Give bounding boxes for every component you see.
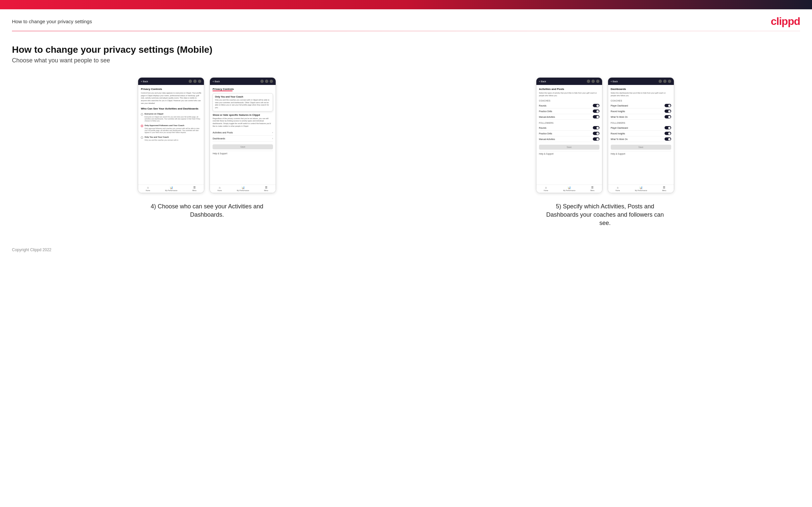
coaches-player-dash: Player Dashboard (611, 103, 671, 109)
home-icon-2: ⌂ (219, 186, 220, 189)
chevron-right-1: › (272, 131, 273, 134)
header: How to change your privacy settings clip… (0, 9, 812, 31)
group-left: < Back Privacy Controls Control how you … (12, 77, 402, 219)
show-hide-title: Show or hide specific features in Clippd (212, 113, 273, 116)
tab-underline (212, 91, 233, 91)
page-title: How to change your privacy settings (Mob… (12, 45, 800, 55)
coaches-round-insights: Round Insights (611, 109, 671, 114)
menu-icon-3: ☰ (591, 186, 594, 189)
more-icon-3 (596, 79, 600, 83)
footer3-home[interactable]: ⌂ Home (544, 186, 548, 191)
menu-icon: ☰ (193, 186, 196, 189)
footer2-performance[interactable]: 📊 My Performance (237, 186, 249, 191)
screen4-title: Dashboards (611, 88, 671, 91)
option2[interactable]: Only Approved Followers and Your Coach O… (141, 123, 201, 135)
toggle-coaches-manual[interactable] (593, 115, 600, 118)
dashboards-nav[interactable]: Dashboards › (212, 136, 273, 142)
screen3-icons (587, 79, 600, 83)
screen3-desc: Select the types of activity that you'd … (539, 92, 600, 97)
screen4-header: < Back (608, 78, 674, 85)
screen4-back[interactable]: < Back (611, 80, 618, 82)
toggle-followers-round-insights[interactable] (665, 132, 671, 135)
footer3-menu[interactable]: ☰ Menu (591, 186, 595, 191)
option3-text: Only You and Your Coach Only you and the… (145, 136, 179, 141)
followers-drills: Practice Drills (539, 131, 600, 136)
toggle-followers-player-dash[interactable] (665, 126, 671, 129)
toggle-coaches-drills[interactable] (593, 110, 600, 113)
footer2-menu[interactable]: ☰ Menu (264, 186, 268, 191)
screen2-tab: Privacy Controls (212, 88, 234, 91)
screen2-body: Privacy Controls Only You and Your Coach… (210, 85, 276, 184)
footer3-performance[interactable]: 📊 My Performance (563, 186, 575, 191)
screen3-body: Activities and Posts Select the types of… (536, 85, 602, 184)
user-icon-4 (663, 79, 666, 83)
screen4-save[interactable]: Save (611, 145, 671, 150)
option1[interactable]: Everyone on Clippd Everyone on Clippd ca… (141, 111, 201, 123)
show-hide-text: Regardless of the privacy controls that … (212, 117, 273, 128)
screen1-description: Control how you and your data appears to… (141, 92, 201, 105)
screen2-icons (260, 79, 273, 83)
screenshots-row: < Back Privacy Controls Control how you … (12, 77, 800, 228)
footer2-home[interactable]: ⌂ Home (217, 186, 222, 191)
toggle-followers-drills[interactable] (593, 132, 600, 135)
menu-icon-4: ☰ (663, 186, 665, 189)
show-hide-section: Show or hide specific features in Clippd… (212, 113, 273, 149)
pair-right: < Back Activities and Posts Select the t… (536, 77, 674, 193)
group-right: < Back Activities and Posts Select the t… (410, 77, 800, 228)
footer4-menu[interactable]: ☰ Menu (662, 186, 666, 191)
coaches-manual: Manual Activities (539, 114, 600, 120)
menu-icon-2: ☰ (265, 186, 267, 189)
screen2-back[interactable]: < Back (212, 80, 220, 82)
followers-rounds: Rounds (539, 125, 600, 131)
toggle-coaches-rounds[interactable] (593, 104, 600, 107)
toggle-followers-what-to-work[interactable] (665, 137, 671, 141)
screen2-footer: ⌂ Home 📊 My Performance ☰ Menu (210, 184, 276, 193)
screen3-back[interactable]: < Back (539, 80, 546, 82)
search-icon-4 (659, 79, 662, 83)
screen4-followers-label: FOLLOWERS (611, 122, 671, 124)
screen4-icons (659, 79, 671, 83)
screen3-title: Activities and Posts (539, 88, 600, 91)
footer-home[interactable]: ⌂ Home (146, 186, 150, 191)
more-icon (198, 79, 201, 83)
copyright: Copyright Clippd 2022 (12, 247, 800, 252)
screen2-save[interactable]: Save (212, 144, 273, 149)
toggle-followers-manual[interactable] (593, 137, 600, 141)
search-icon-3 (587, 79, 590, 83)
chevron-right-2: › (272, 137, 273, 140)
footer-menu[interactable]: ☰ Menu (192, 186, 197, 191)
followers-what-to-work: What To Work On (611, 136, 671, 142)
coaches-rounds: Rounds (539, 103, 600, 109)
search-icon (189, 79, 192, 83)
popup-box: Only You and Your Coach Only you and the… (212, 93, 273, 111)
coaches-drills: Practice Drills (539, 109, 600, 114)
toggle-coaches-round-insights[interactable] (665, 110, 671, 113)
radio-option2 (141, 125, 143, 127)
page-content: How to change your privacy settings (Mob… (0, 31, 812, 272)
screen3-coaches-label: COACHES (539, 100, 600, 102)
footer-performance[interactable]: 📊 My Performance (165, 186, 177, 191)
screen4-desc: Select the dashboards that you'd like to… (611, 92, 671, 97)
option1-text: Everyone on Clippd Everyone on Clippd ca… (145, 113, 201, 122)
screen1-icons (189, 79, 201, 83)
caption-5: 5) Specify which Activities, Posts and D… (542, 203, 668, 228)
screen3-followers-label: FOLLOWERS (539, 122, 600, 124)
toggle-followers-rounds[interactable] (593, 126, 600, 129)
toggle-coaches-player-dash[interactable] (665, 104, 671, 107)
footer4-home[interactable]: ⌂ Home (615, 186, 620, 191)
footer4-performance[interactable]: 📊 My Performance (635, 186, 647, 191)
user-icon (193, 79, 197, 83)
activities-nav[interactable]: Activities and Posts › (212, 130, 273, 136)
screen4-help: Help & Support (611, 151, 671, 156)
toggle-coaches-what-to-work[interactable] (665, 115, 671, 118)
performance-icon-4: 📊 (639, 186, 643, 189)
option3[interactable]: Only You and Your Coach Only you and the… (141, 135, 201, 143)
screen1-back[interactable]: < Back (141, 80, 148, 82)
home-icon: ⌂ (147, 186, 149, 189)
page-subtitle: Choose what you want people to see (12, 57, 800, 64)
screen3-save[interactable]: Save (539, 145, 600, 150)
screen1-footer: ⌂ Home 📊 My Performance ☰ Menu (138, 184, 204, 193)
screen-1: < Back Privacy Controls Control how you … (138, 77, 204, 193)
pair-left: < Back Privacy Controls Control how you … (138, 77, 276, 193)
more-icon-2 (270, 79, 273, 83)
